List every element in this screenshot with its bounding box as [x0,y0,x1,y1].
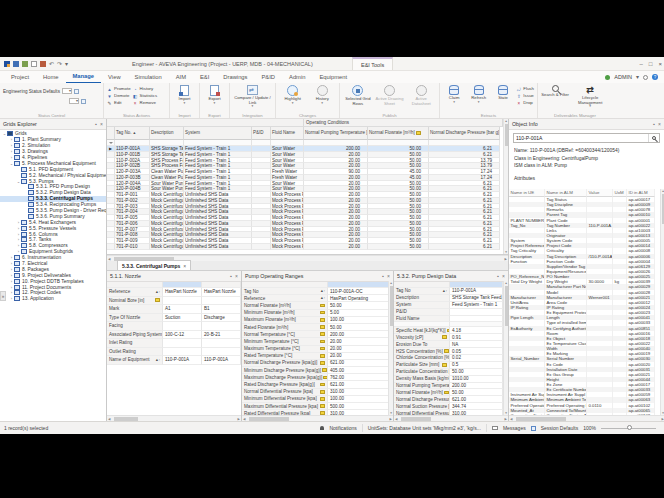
value-cell[interactable]: 50.00 [328,324,389,331]
operating-vscrollbar[interactable] [388,281,393,415]
session-defaults-icon[interactable] [531,426,536,431]
value-cell[interactable] [202,339,241,348]
users-icon[interactable] [22,61,28,67]
pin-icon[interactable]: ▪ [95,121,97,127]
value-cell[interactable] [450,316,503,323]
table-row[interactable]: Normal Flowrate [m³/h]50.00 [394,389,508,396]
value-cell[interactable]: 110-P-001A [450,288,503,295]
value-cell[interactable]: 0.05 [450,348,503,355]
table-row[interactable]: Chloride Concentration [%]0.02 [394,355,508,362]
messages-icon[interactable] [492,426,498,430]
table-row[interactable]: Normal Temperature [°C]200.00 [242,331,393,338]
table-row[interactable]: Normal Suction Pressure [kpa(g)]344.74 [394,403,508,410]
drop-button[interactable]: ×Drop [516,100,534,106]
close-panel-icon[interactable]: × [100,121,103,127]
table-row[interactable]: P&ID [394,309,508,316]
value-cell[interactable]: 5.00 [328,310,389,317]
export-button[interactable]: Export▾ [203,84,226,111]
unit-convert-icon[interactable] [320,347,325,351]
flag-icon[interactable] [40,61,46,67]
menu-tab-aim[interactable]: AIM [169,71,193,83]
table-row[interactable]: Reference▲¹HasPart NozzleHasPart Nozzle [107,288,241,297]
menu-tab-view[interactable]: View [101,71,127,83]
value-cell[interactable]: 200.00 [328,331,389,338]
table-row[interactable]: Minimum Differential Pressure [kpa]100.0… [242,396,393,403]
table-row[interactable]: Inlet Rating [107,339,241,348]
value-cell[interactable]: 50.00 [450,389,503,396]
table-row[interactable]: SystemFeed System - Train 1 [394,302,508,309]
panel-collapse-chevron[interactable]: » [0,291,6,301]
table-row[interactable]: Normal Discharge Pressure [kpa(g)]621.00 [242,360,393,367]
unit-convert-icon[interactable] [320,397,325,401]
unit-convert-icon[interactable] [320,340,325,344]
lifecycle-management-button[interactable]: ⇄ Lifecycle Management▾ [571,84,609,111]
attributes-column-header[interactable]: ID in ALM [627,189,655,197]
attributes-column-header[interactable]: Name in UE [509,189,545,197]
table-row[interactable]: Rated Discharge Pressure [kpa(g)]621.00 [242,381,393,388]
table-row[interactable]: Particulate Concentration [%]50.00 [394,369,508,376]
close-panel-icon[interactable]: × [387,273,390,279]
status-default-combo-2[interactable] [69,98,79,104]
value-cell[interactable]: SHS Storage Tank Feed, [450,295,503,302]
pin-icon[interactable]: ▪ [382,273,384,279]
tab-close-icon[interactable]: × [183,263,186,269]
table-row[interactable]: Normal Flowrate [m³/h]50.00 [242,302,393,309]
demote-button[interactable]: ▼Demote [107,93,131,99]
value-cell[interactable]: HasPart Nozzle [202,288,241,297]
unit-convert-icon[interactable] [320,390,325,394]
search-filter-button[interactable]: Search & Filter [541,84,569,111]
value-cell[interactable]: 20.00 [328,338,389,345]
table-row[interactable]: 701-P-010Mock Centrifugal...Unfinished S… [107,244,508,250]
table-row[interactable]: Outlet Rating [107,348,241,357]
value-cell[interactable] [163,297,202,306]
value-cell[interactable]: 110-P-001A [163,356,202,365]
value-cell[interactable]: 20-B-21 [202,331,241,340]
unit-convert-icon[interactable] [320,361,325,365]
menu-tab-admin[interactable]: Admin [282,71,312,83]
session-defaults-label[interactable]: Session Defaults [541,425,579,431]
value-cell[interactable]: 621.00 [328,381,389,388]
value-cell[interactable]: 20.00 [328,353,389,360]
table-row[interactable]: Density Mass Basis [kg/m³]1010.00 [394,376,508,383]
table-row[interactable]: Maximum Flowrate [m³/h]100.00 [242,317,393,324]
user-dropdown-icon[interactable]: ▾ [636,74,639,80]
history-big-button[interactable]: History▾ [309,84,337,111]
column-header[interactable]: Description [150,127,184,140]
active-drawing-sheet-button[interactable]: Active Drawing Sheet [375,84,405,111]
tab-centrifugal-pumps[interactable]: 5.3.3. Centrifugal Pumps × [117,260,191,270]
menu-tab-p-id[interactable]: P&ID [254,71,282,83]
unit-convert-icon[interactable] [444,349,449,353]
unit-convert-icon[interactable] [320,325,325,329]
pin-icon[interactable]: ▪ [653,121,655,127]
value-cell[interactable]: 621.00 [328,360,389,367]
menu-tab-project[interactable]: Project [4,71,36,83]
menu-tab-drawings[interactable]: Drawings [216,71,254,83]
value-cell[interactable] [202,322,241,331]
value-cell[interactable]: 0.5 [450,362,503,369]
undo-icon[interactable]: ↶ [49,61,54,67]
table-row[interactable]: Specific Heat [kJ/(kg*K)]4.18 [394,327,508,334]
menu-tab-home[interactable]: Home [36,71,65,83]
column-header[interactable]: Fluid Name [271,127,304,140]
value-cell[interactable]: 20.00 [328,346,389,353]
pin-icon[interactable]: ▪ [230,273,232,279]
value-cell[interactable]: 1010.00 [450,376,503,383]
status-lock-icon[interactable] [81,99,86,104]
table-row[interactable]: Tag No▲¹110-P-001A-OC [242,288,393,295]
import-button[interactable]: Import▾ [173,84,196,111]
refresh-button[interactable]: Refresh▾ [467,84,489,111]
gear-icon[interactable] [643,75,648,80]
table-row[interactable]: Normal Differential Pressure [kpa]310.00 [242,389,393,396]
table-row[interactable]: Particulate Size [mm]0.5 [394,362,508,369]
context-tab-ei-tools[interactable]: E&I Tools [352,57,393,70]
search-button[interactable] [648,134,659,142]
qat-dropdown-icon[interactable]: ▾ [65,61,68,67]
column-header[interactable]: Tag No.▲ [115,127,150,140]
unit-convert-icon[interactable] [320,332,325,336]
table-row[interactable]: H2S Concentration [%]0.05 [394,348,508,355]
notifications-label[interactable]: Notifications [329,425,356,431]
close-panel-icon[interactable]: × [235,273,238,279]
table-row[interactable]: Facing [107,322,241,331]
redo-icon[interactable]: ↷ [57,61,62,67]
attributes-column-header[interactable]: Value [587,189,613,197]
